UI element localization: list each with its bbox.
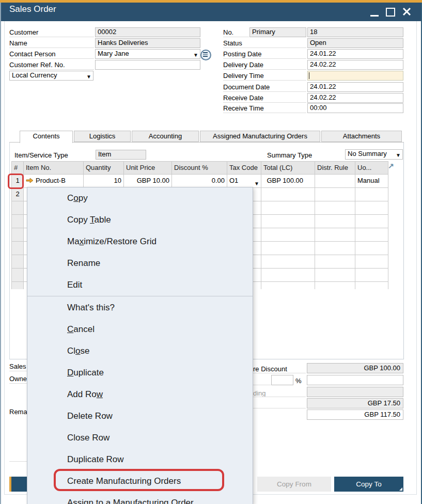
context-menu: CopyCopy TableMaximize/Restore GridRenam… — [27, 187, 253, 504]
menu-item-delete-row[interactable]: Delete Row — [27, 405, 253, 427]
series-field[interactable]: Primary — [249, 27, 306, 37]
document-date-label: Document Date — [223, 83, 270, 91]
menu-item-cancel[interactable]: Cancel — [27, 319, 253, 340]
currency-combo[interactable]: Local Currency ▼ — [9, 71, 93, 81]
cell-item_no[interactable]: Product-B — [24, 175, 84, 188]
tab-accounting[interactable]: Accounting — [132, 131, 199, 142]
name-field[interactable]: Hanks Deliveries — [95, 38, 200, 48]
remarks-label: Rema — [9, 408, 27, 416]
no-label: No. — [223, 28, 233, 36]
cell-uom[interactable]: Manual — [355, 175, 388, 188]
menu-item-copy[interactable]: Copy — [27, 187, 253, 209]
doc-number-field[interactable]: 18 — [307, 27, 403, 37]
tab-attachments[interactable]: Attachments — [321, 131, 402, 142]
contact-person-combo[interactable]: Mary Jane ▼ — [95, 49, 200, 59]
cell-uom — [355, 255, 388, 269]
cell-num — [11, 255, 24, 269]
delivery-date-field[interactable]: 24.02.22 — [307, 60, 403, 70]
cell-num[interactable]: 2 — [11, 188, 24, 201]
item-link-arrow-icon[interactable] — [26, 178, 34, 183]
col-header-quantity[interactable]: Quantity — [84, 161, 124, 175]
customer-ref-field[interactable] — [95, 60, 200, 70]
discount-percent-input[interactable] — [271, 375, 293, 385]
delivery-time-field[interactable] — [307, 71, 403, 81]
chevron-down-icon: ▼ — [254, 178, 259, 188]
menu-item-what-s-this[interactable]: What's this? — [27, 297, 253, 319]
copy-from-button[interactable]: Copy From — [257, 477, 331, 492]
item-service-type-field[interactable]: Item — [96, 150, 146, 160]
document-date-field[interactable]: 24.01.22 — [307, 82, 403, 92]
cell-distr_rule[interactable] — [315, 175, 355, 188]
add-button-accent — [9, 477, 11, 492]
delivery-time-label: Delivery Time — [223, 72, 264, 80]
table-row: 1Product-B10GBP 10.000.00O1▼GBP 100.00Ma… — [11, 175, 388, 188]
cell-total — [261, 242, 315, 255]
summary-type-label: Summary Type — [267, 151, 312, 159]
menu-item-rename[interactable]: Rename — [27, 253, 253, 274]
cell-distr_rule — [315, 269, 355, 282]
delivery-date-label: Delivery Date — [223, 61, 263, 69]
cell-distr_rule — [315, 228, 355, 242]
posting-date-field[interactable]: 24.01.22 — [307, 49, 403, 59]
tab-assigned-manufacturing-orders[interactable]: Assigned Manufacturing Orders — [200, 131, 320, 142]
col-header-item-no[interactable]: Item No. — [24, 161, 84, 175]
text-cursor — [309, 72, 309, 79]
summary-type-combo[interactable]: No Summary ▼ — [345, 149, 403, 160]
receive-date-field[interactable]: 24.02.22 — [307, 93, 403, 103]
close-icon[interactable] — [402, 7, 411, 16]
cell-uom — [355, 228, 388, 242]
cell-distr_rule — [315, 201, 355, 215]
cell-total[interactable]: GBP 100.00 — [261, 175, 315, 188]
receive-date-label: Receive Date — [223, 94, 263, 102]
col-header-distr-rule[interactable]: Distr. Rule — [315, 161, 355, 175]
customer-label: Customer — [9, 28, 38, 36]
menu-item-duplicate-row[interactable]: Duplicate Row — [27, 449, 253, 470]
cell-total — [261, 255, 315, 269]
menu-item-copy-table[interactable]: Copy Table — [27, 209, 253, 231]
cell-num — [11, 228, 24, 242]
menu-item-assign-to-a-manufacturing-order[interactable]: Assign to a Manufacturing Order — [27, 492, 253, 504]
col-header-discount[interactable]: Discount % — [172, 161, 227, 175]
cell-total — [261, 215, 315, 228]
customer-ref-label: Customer Ref. No. — [9, 61, 65, 69]
cell-discount[interactable]: 0.00 — [172, 175, 227, 188]
copy-to-corner-mark — [399, 487, 402, 491]
menu-item-close-row[interactable]: Close Row — [27, 427, 253, 449]
cell-num — [11, 269, 24, 282]
discount-amount-field[interactable] — [307, 375, 403, 385]
chevron-down-icon: ▼ — [396, 151, 401, 160]
menu-item-maximize-restore-grid[interactable]: Maximize/Restore Grid — [27, 231, 253, 253]
col-header-total-lc[interactable]: Total (LC) — [261, 161, 315, 175]
receive-time-field[interactable]: 00:00 — [307, 103, 403, 113]
col-header-unit-price[interactable]: Unit Price — [124, 161, 172, 175]
minimize-icon[interactable] — [370, 15, 379, 17]
choose-from-list-icon[interactable] — [200, 50, 211, 60]
maximize-icon[interactable] — [386, 8, 395, 17]
cell-distr_rule — [315, 282, 355, 289]
menu-item-add-row[interactable]: Add Row — [27, 384, 253, 405]
copy-to-button[interactable]: Copy To — [334, 477, 403, 492]
col-header-[interactable]: # — [11, 161, 24, 175]
titlebar[interactable]: Sales Order — [0, 3, 422, 21]
menu-item-edit[interactable]: Edit — [27, 274, 253, 296]
status-field[interactable]: Open — [307, 38, 403, 48]
posting-date-label: Posting Date — [223, 50, 261, 58]
cell-uom — [355, 282, 388, 289]
owner-label: Owne — [9, 375, 27, 383]
menu-item-close[interactable]: Close — [27, 340, 253, 362]
expand-grid-icon[interactable]: ↗ — [388, 162, 394, 170]
cell-num — [11, 242, 24, 255]
col-header-uo[interactable]: Uo... — [355, 161, 388, 175]
cell-tax_code[interactable]: O1▼ — [227, 175, 261, 188]
tab-logistics[interactable]: Logistics — [74, 131, 131, 142]
cell-total — [261, 188, 315, 201]
customer-field[interactable]: 00002 — [95, 27, 200, 37]
cell-total — [261, 269, 315, 282]
menu-item-duplicate[interactable]: Duplicate — [27, 362, 253, 384]
tab-contents[interactable]: Contents — [20, 131, 73, 143]
cell-unit_price[interactable]: GBP 10.00 — [124, 175, 172, 188]
status-label: Status — [223, 39, 242, 47]
cell-num — [11, 282, 24, 289]
col-header-tax-code[interactable]: Tax Code — [227, 161, 261, 175]
cell-quantity[interactable]: 10 — [84, 175, 124, 188]
